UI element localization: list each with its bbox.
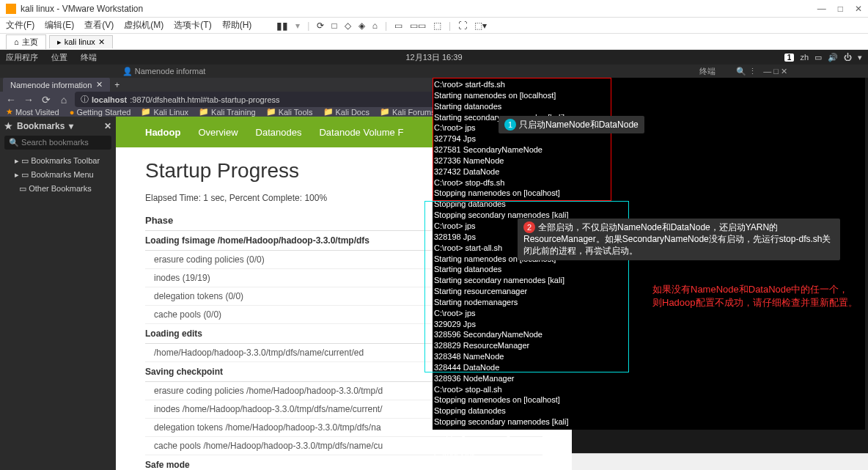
menu-help[interactable]: 帮助(H) bbox=[222, 19, 252, 32]
terminal-line: Stopping secondary namenodes [kali] bbox=[434, 416, 864, 427]
annotation-box-1 bbox=[433, 78, 611, 201]
menu-view[interactable]: 查看(V) bbox=[84, 19, 114, 32]
tab-vm[interactable]: ▸ kali linux ✕ bbox=[49, 35, 113, 48]
vm-display[interactable]: 应用程序 位置 终端 12月13日 16:39 1 zh ▭ 🔊 ⏻ ▾ 👤 N… bbox=[0, 50, 868, 453]
tab-close-icon[interactable]: ✕ bbox=[96, 80, 103, 89]
menu-edit[interactable]: 编辑(E) bbox=[45, 19, 74, 32]
tool-icon[interactable]: ▭ bbox=[394, 21, 402, 31]
tb-sound-icon[interactable]: 🔊 bbox=[828, 53, 838, 62]
tool-icon[interactable]: ▭▭ bbox=[410, 21, 426, 31]
tb-apps[interactable]: 应用程序 bbox=[6, 52, 38, 63]
sep: | bbox=[449, 21, 451, 31]
annotation-1: 1只启动NameNode和DataNode bbox=[499, 116, 644, 133]
tb-workspace-badge[interactable]: 1 bbox=[784, 54, 795, 62]
bm-kali-linux[interactable]: 📁Kali Linux bbox=[141, 107, 188, 117]
terminal-line: 328936 NodeManager bbox=[434, 373, 864, 384]
tool-icon[interactable]: ⬚▾ bbox=[474, 21, 487, 31]
sep: | bbox=[307, 21, 309, 31]
sb-menu[interactable]: ▸ ▭ Bookmarks Menu bbox=[4, 168, 111, 182]
nav-datanodes[interactable]: Datanodes bbox=[256, 127, 302, 138]
vmware-tabs: ⌂ 主页 ▸ kali linux ✕ bbox=[0, 34, 868, 50]
bookmarks-sidebar: ★Bookmarks ▾ ✕ 🔍 Search bookmarks ▸ ▭ Bo… bbox=[0, 117, 116, 470]
tb-clock[interactable]: 12月13日 16:39 bbox=[405, 52, 462, 63]
hadoop-brand[interactable]: Hadoop bbox=[145, 127, 180, 138]
nav-dvf[interactable]: Datanode Volume F bbox=[319, 127, 403, 138]
kali-taskbar: 应用程序 位置 终端 12月13日 16:39 1 zh ▭ 🔊 ⏻ ▾ bbox=[0, 50, 868, 65]
win-tab-firefox[interactable]: 👤 Namenode informat bbox=[0, 67, 460, 76]
term-search-icon[interactable]: 🔍 bbox=[736, 67, 746, 76]
terminal-line: Stopping nodemanagers bbox=[434, 427, 864, 438]
terminal-window[interactable]: C:\root> start-dfs.shStarting namenodes … bbox=[433, 78, 865, 430]
tool-snapshot-icon[interactable]: ⟳ bbox=[317, 21, 324, 31]
tb-places[interactable]: 位置 bbox=[51, 52, 67, 63]
vmware-menubar: 文件(F) 编辑(E) 查看(V) 虚拟机(M) 选项卡(T) 帮助(H) ▮▮… bbox=[0, 18, 868, 34]
term-max-icon[interactable]: □ bbox=[773, 67, 779, 76]
nav-overview[interactable]: Overview bbox=[198, 127, 238, 138]
vmware-titlebar: kali linux - VMware Workstation — □ ✕ bbox=[0, 0, 868, 18]
terminal-line: 329875 Jps bbox=[434, 460, 864, 470]
tool-icon[interactable]: ◇ bbox=[345, 21, 351, 31]
minimize-icon[interactable]: — bbox=[817, 4, 826, 14]
new-tab-icon[interactable]: + bbox=[114, 80, 119, 90]
back-icon[interactable]: ← bbox=[4, 94, 18, 106]
terminal-line: Stopping datanodes bbox=[434, 405, 864, 416]
tool-icon[interactable]: ⌂ bbox=[372, 21, 378, 31]
tb-menu-icon[interactable]: ▾ bbox=[858, 53, 862, 62]
bm-most-visited[interactable]: ★Most Visited bbox=[6, 107, 59, 117]
sidebar-close-icon[interactable]: ✕ bbox=[104, 121, 111, 131]
tb-lang[interactable]: zh bbox=[800, 53, 809, 62]
menu-tabs[interactable]: 选项卡(T) bbox=[174, 19, 211, 32]
term-close-icon[interactable]: ✕ bbox=[781, 67, 787, 76]
kali-window-tabs: 👤 Namenode informat 终端 🔍 ⋮ — □ ✕ bbox=[0, 65, 868, 78]
sb-toolbar[interactable]: ▸ ▭ Bookmarks Toolbar bbox=[4, 154, 111, 168]
maximize-icon[interactable]: □ bbox=[838, 4, 843, 14]
bm-kali-tools[interactable]: 📁Kali Tools bbox=[266, 107, 313, 117]
term-menu-icon[interactable]: ⋮ bbox=[749, 67, 757, 76]
tool-icon[interactable]: □ bbox=[331, 21, 336, 31]
tool-fullscreen-icon[interactable]: ⛶ bbox=[458, 21, 467, 31]
tool-icon[interactable]: ◈ bbox=[358, 21, 365, 31]
tab-home[interactable]: ⌂ 主页 bbox=[6, 34, 46, 49]
window-title: kali linux - VMware Workstation bbox=[21, 4, 143, 14]
tb-terminal[interactable]: 终端 bbox=[81, 52, 97, 63]
sep: | bbox=[385, 21, 387, 31]
bm-kali-training[interactable]: 📁Kali Training bbox=[199, 107, 256, 117]
pause-icon[interactable]: ▮▮ bbox=[276, 20, 288, 32]
vmware-icon bbox=[6, 4, 16, 14]
terminal-line: C:\root> stop-all.sh bbox=[434, 384, 864, 395]
tb-power-icon[interactable]: ⏻ bbox=[844, 53, 852, 62]
star-icon: ★ bbox=[4, 121, 12, 131]
reload-icon[interactable]: ⟳ bbox=[40, 94, 53, 106]
menu-vm[interactable]: 虚拟机(M) bbox=[124, 19, 163, 32]
tb-camera-icon[interactable]: ▭ bbox=[814, 53, 822, 62]
bm-kali-docs[interactable]: 📁Kali Docs bbox=[323, 107, 369, 117]
terminal-line: C:\root> jps bbox=[434, 449, 864, 460]
tool-icon[interactable]: ⬚ bbox=[433, 21, 441, 31]
sb-other[interactable]: ▭ Other Bookmarks bbox=[4, 182, 111, 196]
firefox-tab[interactable]: Namenode information ✕ bbox=[3, 78, 110, 92]
annotation-2: 2全部启动，不仅启动NameNode和DataNode，还启动YARN的Reso… bbox=[518, 219, 840, 260]
menu-file[interactable]: 文件(F) bbox=[6, 19, 34, 32]
terminal-line: Stopping resourcemanager bbox=[434, 438, 864, 449]
term-min-icon[interactable]: — bbox=[763, 67, 771, 76]
sidebar-search[interactable]: 🔍 Search bookmarks bbox=[4, 136, 111, 150]
close-icon[interactable]: ✕ bbox=[855, 4, 862, 14]
info-icon: ⓘ bbox=[81, 94, 89, 105]
terminal-line: Stopping namenodes on [localhost] bbox=[434, 394, 864, 405]
home-icon[interactable]: ⌂ bbox=[57, 94, 70, 106]
bm-kali-forums[interactable]: 📁Kali Forums bbox=[380, 107, 435, 117]
annotation-red-note: 如果没有NameNode和DataNode中的任一个，则Hadoop配置不成功，… bbox=[652, 283, 858, 309]
bm-getting-started[interactable]: ●Getting Started bbox=[70, 108, 131, 117]
forward-icon[interactable]: → bbox=[22, 94, 35, 106]
win-tab-terminal[interactable]: 终端 🔍 ⋮ — □ ✕ bbox=[460, 66, 868, 77]
